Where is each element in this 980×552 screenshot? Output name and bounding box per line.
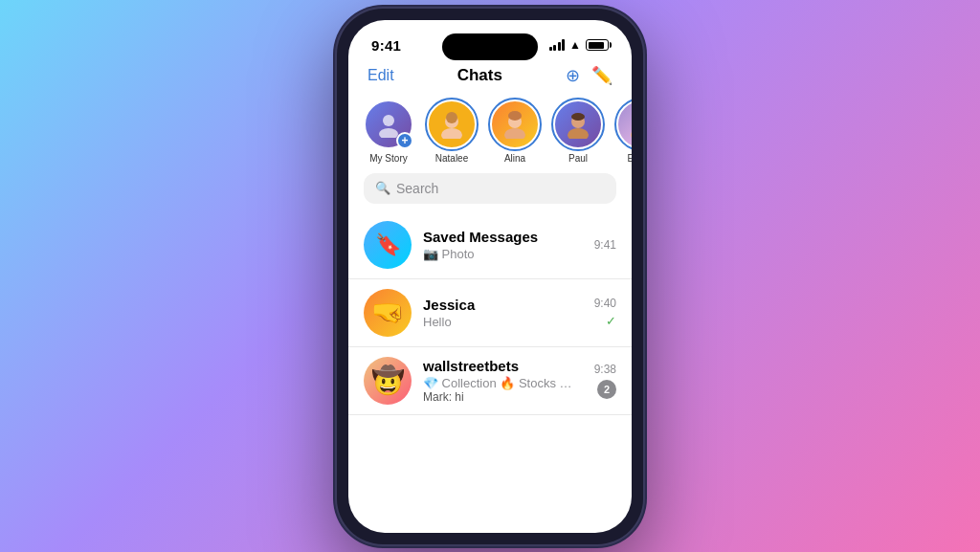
nav-bar: Edit Chats ⊕ ✏️ — [348, 59, 632, 94]
story-name-my-story: My Story — [369, 153, 407, 164]
saved-messages-name: Saved Messages — [423, 229, 583, 245]
jessica-meta: 9:40 ✓ — [594, 297, 616, 328]
status-icons: ▲ — [549, 38, 609, 52]
signal-icon — [549, 39, 566, 51]
jessica-content: Jessica Hello — [423, 297, 583, 329]
wsb-preview: 💎 Collection 🔥 Stocks 🐻 Memes... — [423, 376, 583, 390]
wsb-avatar-emoji: 🤠 — [371, 364, 405, 396]
jessica-preview: Hello — [423, 315, 583, 329]
saved-messages-meta: 9:41 — [594, 238, 616, 252]
jessica-avatar: 🤜 — [364, 289, 412, 337]
story-name-natalee: Natalee — [435, 153, 468, 164]
story-item-my-story[interactable]: + My Story — [364, 99, 413, 164]
saved-messages-time: 9:41 — [594, 238, 616, 252]
wsb-content: wallstreetbets 💎 Collection 🔥 Stocks 🐻 M… — [423, 358, 583, 404]
wsb-meta: 9:38 2 — [594, 363, 616, 399]
new-group-button[interactable]: ⊕ — [566, 65, 580, 86]
svg-point-1 — [379, 128, 398, 138]
jessica-read-icon: ✓ — [606, 314, 616, 328]
phone-screen: 9:41 ▲ Edit Chats ⊕ ✏️ — [348, 20, 632, 533]
phone-device: 9:41 ▲ Edit Chats ⊕ ✏️ — [337, 9, 643, 544]
page-title: Chats — [457, 66, 502, 85]
story-ring-emma — [614, 98, 632, 151]
story-item-alina[interactable]: Alina — [490, 99, 540, 164]
wifi-icon: ▲ — [569, 38, 581, 52]
wsb-badge: 2 — [597, 380, 616, 399]
saved-messages-content: Saved Messages 📷 Photo — [423, 229, 583, 261]
jessica-avatar-emoji: 🤜 — [371, 297, 405, 328]
wsb-name: wallstreetbets — [423, 358, 583, 374]
story-ring-natalee — [425, 98, 479, 151]
add-story-icon: + — [396, 132, 413, 149]
wsb-avatar: 🤠 — [364, 357, 412, 405]
story-ring-paul — [551, 98, 605, 151]
chat-item-jessica[interactable]: 🤜 Jessica Hello 9:40 ✓ — [348, 279, 632, 347]
story-item-emma[interactable]: Emma — [616, 99, 632, 164]
stories-row: + My Story Natalee — [348, 94, 632, 173]
story-item-paul[interactable]: Paul — [553, 99, 603, 164]
nav-action-icons: ⊕ ✏️ — [566, 65, 612, 86]
jessica-name: Jessica — [423, 297, 583, 313]
chat-item-saved-messages[interactable]: 🔖 Saved Messages 📷 Photo 9:41 — [348, 211, 632, 279]
alina-avatar-wrapper — [490, 99, 540, 149]
wsb-time: 9:38 — [594, 363, 616, 376]
edit-button[interactable]: Edit — [368, 67, 394, 84]
wsb-preview-sub: Mark: hi — [423, 390, 583, 404]
search-icon: 🔍 — [375, 181, 390, 195]
my-story-avatar-wrapper: + — [364, 99, 413, 149]
dynamic-island — [442, 33, 538, 60]
paul-avatar-wrapper — [553, 99, 603, 149]
chat-item-wallstreetbets[interactable]: 🤠 wallstreetbets 💎 Collection 🔥 Stocks 🐻… — [348, 347, 632, 415]
svg-point-0 — [383, 115, 394, 126]
story-name-emma: Emma — [628, 153, 632, 164]
bookmark-icon: 🔖 — [375, 232, 401, 257]
compose-button[interactable]: ✏️ — [591, 65, 612, 86]
emma-avatar-wrapper — [616, 99, 632, 149]
chat-list: 🔖 Saved Messages 📷 Photo 9:41 🤜 Jessica … — [348, 211, 632, 533]
search-input[interactable]: Search — [396, 181, 438, 196]
story-item-natalee[interactable]: Natalee — [427, 99, 477, 164]
jessica-time: 9:40 — [594, 297, 616, 310]
saved-messages-preview: 📷 Photo — [423, 247, 583, 261]
person-icon — [375, 111, 402, 138]
status-time: 9:41 — [371, 37, 401, 54]
natalee-avatar-wrapper — [427, 99, 477, 149]
story-name-paul: Paul — [568, 153, 588, 164]
story-ring-alina — [488, 98, 542, 151]
battery-icon — [586, 39, 609, 51]
story-name-alina: Alina — [504, 153, 525, 164]
search-bar[interactable]: 🔍 Search — [364, 173, 616, 204]
saved-messages-avatar: 🔖 — [364, 221, 412, 269]
